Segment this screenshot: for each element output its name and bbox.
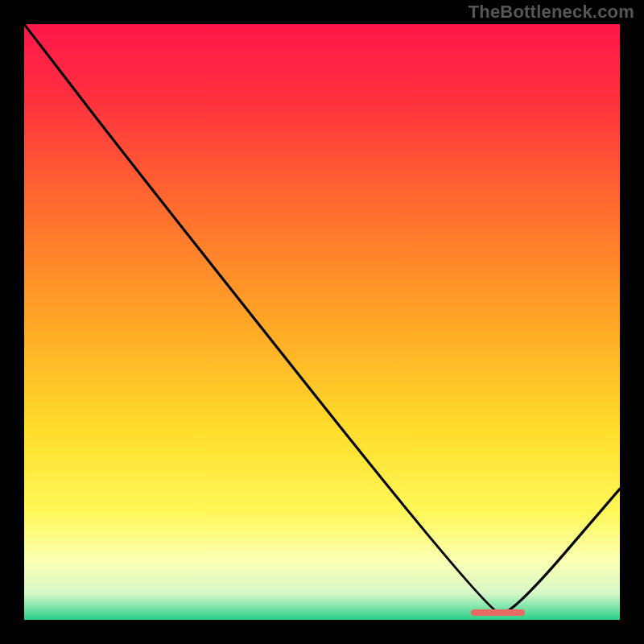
minimum-marker — [471, 609, 525, 616]
chart-frame: TheBottleneck.com — [0, 0, 644, 644]
plot-area — [24, 24, 620, 620]
plot-svg — [24, 24, 620, 620]
gradient-background — [24, 24, 620, 620]
attribution-text: TheBottleneck.com — [469, 2, 634, 23]
